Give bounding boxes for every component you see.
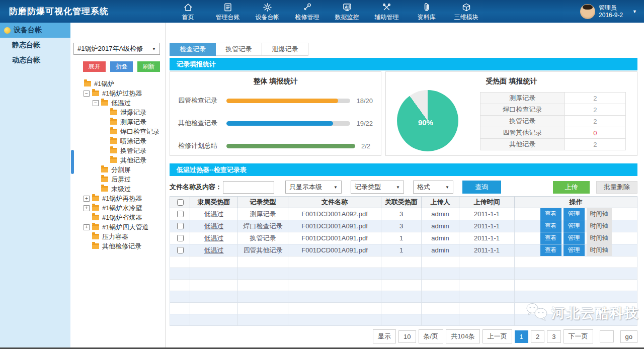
batch-delete-button[interactable]: 批量删除 bbox=[596, 181, 637, 194]
tree-node[interactable]: 测厚记录 bbox=[70, 117, 166, 127]
page-button-2[interactable]: 2 bbox=[531, 330, 544, 343]
format-select[interactable]: 格式 ▼ bbox=[413, 181, 453, 194]
manage-button[interactable]: 管理 bbox=[564, 208, 585, 220]
surface-stat-label: 换管记录 bbox=[480, 116, 565, 127]
nav-item-equipment[interactable]: 设备台帐 bbox=[248, 2, 287, 22]
row-checkbox[interactable] bbox=[177, 247, 184, 253]
tree-expander[interactable]: − bbox=[84, 91, 90, 97]
row-checkbox[interactable] bbox=[177, 211, 184, 217]
tree-node[interactable]: 末级过 bbox=[70, 184, 166, 194]
tree-node-label: 末级过 bbox=[111, 185, 131, 194]
expand-all-button[interactable]: 展开 bbox=[83, 61, 106, 72]
surface-link[interactable]: 低温过 bbox=[204, 210, 224, 218]
surface-link[interactable]: 低温过 bbox=[204, 222, 224, 230]
tab-tube-replacement-records[interactable]: 换管记录 bbox=[216, 43, 262, 56]
nav-item-3d[interactable]: 三维模块 bbox=[446, 2, 486, 22]
next-page-button[interactable]: 下一页 bbox=[564, 329, 593, 343]
chevron-down-icon[interactable]: ▼ bbox=[632, 9, 637, 14]
sidebar-item-dynamic-ledger[interactable]: 动态台帐 bbox=[0, 53, 70, 68]
tree-node[interactable]: 分割屏 bbox=[70, 165, 166, 175]
tree-expander[interactable]: − bbox=[93, 100, 99, 106]
timeline-button[interactable]: 时间轴 bbox=[587, 220, 612, 232]
view-button[interactable]: 查看 bbox=[540, 232, 561, 244]
prev-page-button[interactable]: 上一页 bbox=[482, 329, 512, 343]
column-header: 操作 bbox=[515, 197, 637, 208]
upload-button[interactable]: 上传 bbox=[553, 181, 590, 194]
tree-node[interactable]: 其他检修记录 bbox=[70, 241, 166, 251]
manage-button[interactable]: 管理 bbox=[564, 232, 585, 244]
view-button[interactable]: 查看 bbox=[540, 220, 561, 232]
tree-node[interactable]: #1锅炉 bbox=[70, 79, 166, 89]
user-box[interactable]: 管理员 2016-9-2 ▼ bbox=[580, 4, 641, 19]
tree-expander[interactable]: + bbox=[84, 205, 90, 211]
goto-page-input[interactable] bbox=[600, 330, 614, 342]
tree-node[interactable]: 压力容器 bbox=[70, 232, 166, 241]
tree-node[interactable]: #1锅炉省煤器 bbox=[70, 213, 166, 222]
timeline-button[interactable]: 时间轴 bbox=[587, 208, 612, 220]
nav-item-ledger[interactable]: 管理台账 bbox=[208, 2, 248, 22]
timeline-button[interactable]: 时间轴 bbox=[587, 244, 612, 256]
file-name-cell[interactable]: F001DCD001A091.pdf bbox=[288, 244, 381, 256]
home-icon bbox=[183, 3, 193, 12]
sidebar-item-equipment-ledger[interactable]: 设备台帐 bbox=[0, 23, 70, 38]
tab-inspection-records[interactable]: 检查记录 bbox=[170, 43, 216, 56]
file-name-cell[interactable]: F001DCD001A091.pdf bbox=[288, 220, 381, 232]
timeline-button[interactable]: 时间轴 bbox=[587, 232, 612, 244]
go-button[interactable]: go bbox=[620, 330, 637, 343]
tree-node[interactable]: −低温过 bbox=[70, 98, 166, 108]
view-button[interactable]: 查看 bbox=[540, 244, 561, 256]
tree-scrollbar-thumb[interactable] bbox=[71, 150, 74, 174]
plan-select[interactable]: #1锅炉2017年A级检修 ▼ bbox=[73, 43, 160, 55]
sidebar-item-static-ledger[interactable]: 静态台帐 bbox=[0, 38, 70, 53]
nav-item-auxiliary[interactable]: 辅助管理 bbox=[367, 2, 407, 22]
page-button-1[interactable]: 1 bbox=[515, 330, 528, 343]
empty-row bbox=[170, 303, 637, 314]
tree-node[interactable]: +#1锅炉水冷壁 bbox=[70, 203, 166, 213]
tree-node[interactable]: +#1锅炉四大管道 bbox=[70, 222, 166, 232]
upload-date-cell: 2011-1-1 bbox=[459, 232, 515, 244]
tree-node[interactable]: 喷涂记录 bbox=[70, 136, 166, 146]
row-checkbox[interactable] bbox=[177, 235, 184, 241]
manage-button[interactable]: 管理 bbox=[564, 244, 585, 256]
column-header: 上传人 bbox=[422, 197, 459, 208]
table-row: 四管其他记录0 bbox=[480, 127, 626, 139]
tree-node[interactable]: 后屏过 bbox=[70, 175, 166, 184]
refresh-button[interactable]: 刷新 bbox=[137, 61, 160, 72]
surface-link[interactable]: 低温过 bbox=[204, 234, 224, 242]
view-button[interactable]: 查看 bbox=[540, 208, 561, 220]
scope-select[interactable]: 只显示本级 ▼ bbox=[285, 181, 342, 194]
nav-item-maintenance[interactable]: 检修管理 bbox=[287, 2, 327, 22]
tree-expander[interactable]: + bbox=[84, 196, 90, 202]
avatar bbox=[580, 4, 595, 19]
search-button[interactable]: 查询 bbox=[462, 181, 501, 194]
tree-node[interactable]: +#1锅炉再热器 bbox=[70, 194, 166, 203]
file-name-cell[interactable]: F001DCD001A091.pdf bbox=[288, 232, 381, 244]
stat-label: 四管检查记录 bbox=[178, 96, 226, 105]
pagination-show-label: 显示 bbox=[373, 329, 396, 343]
folder-icon bbox=[110, 157, 117, 163]
tab-explosion-records[interactable]: 泄爆记录 bbox=[262, 43, 308, 56]
collapse-all-button[interactable]: 折叠 bbox=[110, 61, 133, 72]
record-type-cell: 换管记录 bbox=[238, 232, 288, 244]
folder-icon bbox=[110, 129, 117, 134]
page-size-value[interactable]: 10 bbox=[398, 330, 416, 343]
page-button-3[interactable]: 3 bbox=[547, 330, 560, 343]
nav-item-monitoring[interactable]: 数据监控 bbox=[327, 2, 367, 22]
tree-node[interactable]: 换管记录 bbox=[70, 146, 166, 155]
tree-node[interactable]: 其他记录 bbox=[70, 155, 166, 165]
tree-node[interactable]: 焊口检查记录 bbox=[70, 127, 166, 136]
progress-fill bbox=[226, 121, 333, 126]
row-checkbox[interactable] bbox=[177, 223, 184, 229]
tree-node[interactable]: 泄爆记录 bbox=[70, 108, 166, 117]
manage-button[interactable]: 管理 bbox=[564, 220, 585, 232]
file-name-cell[interactable]: F001DCD001A092.pdf bbox=[288, 208, 381, 220]
nav-item-library[interactable]: 资料库 bbox=[407, 2, 446, 22]
nav-item-home[interactable]: 首页 bbox=[168, 2, 208, 22]
tree-expander[interactable]: + bbox=[84, 224, 90, 230]
surface-stat-value: 2 bbox=[565, 139, 625, 150]
file-search-input[interactable] bbox=[223, 181, 274, 194]
record-type-select[interactable]: 记录类型 ▼ bbox=[351, 181, 404, 194]
select-all-checkbox[interactable] bbox=[177, 199, 184, 206]
tree-node[interactable]: −#1锅炉过热器 bbox=[70, 89, 166, 98]
surface-link[interactable]: 低温过 bbox=[204, 246, 224, 254]
